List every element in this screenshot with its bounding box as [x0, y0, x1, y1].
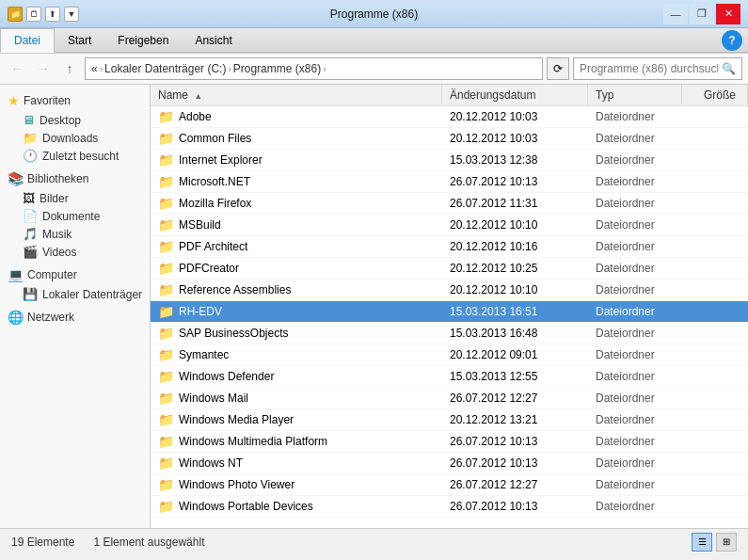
- table-row[interactable]: 📁 Windows Defender 15.03.2013 12:55 Date…: [151, 366, 748, 388]
- file-type: Dateiordner: [588, 455, 682, 472]
- sidebar-header-computer[interactable]: 💻 Computer: [0, 264, 150, 285]
- col-header-size[interactable]: Größe: [682, 85, 748, 105]
- breadcrumb-folder[interactable]: Programme (x86): [233, 62, 321, 75]
- table-row[interactable]: 📁 Internet Explorer 15.03.2013 12:38 Dat…: [151, 150, 748, 171]
- view-large-button[interactable]: ⊞: [716, 533, 737, 552]
- table-row[interactable]: 📁 Windows Media Player 20.12.2012 13:21 …: [151, 409, 748, 431]
- file-type: Dateiordner: [588, 346, 682, 363]
- up-button[interactable]: ↑: [58, 57, 81, 80]
- file-name: Common Files: [179, 132, 251, 145]
- file-size: [682, 331, 748, 335]
- file-name-cell: 📁 Windows Photo Viewer: [151, 475, 442, 494]
- table-row[interactable]: 📁 RH-EDV 15.03.2013 16:51 Dateiordner: [151, 301, 748, 323]
- table-row[interactable]: 📁 SAP BusinessObjects 15.03.2013 16:48 D…: [151, 323, 748, 344]
- table-row[interactable]: 📁 Symantec 20.12.2012 09:01 Dateiordner: [151, 344, 748, 366]
- address-breadcrumb[interactable]: « › Lokaler Datenträger (C:) › Programme…: [85, 57, 543, 80]
- table-row[interactable]: 📁 Reference Assemblies 20.12.2012 10:10 …: [151, 280, 748, 301]
- file-name-cell: 📁 Windows Portable Devices: [151, 497, 442, 516]
- sidebar-section-computer: 💻 Computer 💾 Lokaler Datenträger: [0, 264, 150, 303]
- col-header-name[interactable]: Name ▲: [151, 85, 442, 105]
- file-name: PDFCreator: [179, 262, 239, 275]
- table-row[interactable]: 📁 Windows NT 26.07.2012 10:13 Dateiordne…: [151, 453, 748, 474]
- sidebar-item-musik[interactable]: 🎵 Musik: [0, 225, 150, 243]
- file-date: 26.07.2012 10:13: [442, 455, 588, 472]
- minimize-button[interactable]: —: [663, 4, 688, 24]
- sidebar-item-videos[interactable]: 🎬 Videos: [0, 243, 150, 261]
- tab-datei[interactable]: Datei: [0, 28, 55, 53]
- file-name: SAP BusinessObjects: [179, 327, 289, 340]
- file-size: [682, 288, 748, 292]
- downloads-icon: 📁: [23, 131, 38, 145]
- back-button[interactable]: ←: [6, 57, 28, 80]
- table-row[interactable]: 📁 Windows Photo Viewer 26.07.2012 12:27 …: [151, 474, 748, 496]
- close-button[interactable]: ✕: [716, 4, 740, 24]
- sidebar-item-dokumente[interactable]: 📄 Dokumente: [0, 207, 150, 225]
- help-button[interactable]: ?: [722, 30, 742, 51]
- sidebar-item-downloads[interactable]: 📁 Downloads: [0, 129, 150, 147]
- file-date: 20.12.2012 10:03: [442, 108, 588, 125]
- sidebar-item-lokaler[interactable]: 💾 Lokaler Datenträger: [0, 285, 150, 303]
- sidebar-header-bibliotheken[interactable]: 📚 Bibliotheken: [0, 168, 150, 189]
- file-name: Windows Photo Viewer: [179, 478, 294, 491]
- file-name-cell: 📁 Internet Explorer: [151, 151, 442, 169]
- quick-access-icon2[interactable]: ⬆: [45, 7, 60, 22]
- folder-icon: 📁: [158, 196, 174, 211]
- sidebar-item-desktop[interactable]: 🖥 Desktop: [0, 111, 150, 129]
- file-name-cell: 📁 Windows Mail: [151, 389, 442, 408]
- file-type: Dateiordner: [588, 411, 682, 428]
- table-row[interactable]: 📁 Common Files 20.12.2012 10:03 Dateiord…: [151, 128, 748, 150]
- file-type: Dateiordner: [588, 281, 682, 298]
- maximize-button[interactable]: ❐: [690, 4, 714, 24]
- file-size: [682, 440, 748, 443]
- file-date: 20.12.2012 10:10: [442, 281, 588, 298]
- desktop-label: Desktop: [40, 114, 81, 127]
- ribbon: Datei Start Freigeben Ansicht ?: [0, 28, 748, 54]
- table-row[interactable]: 📁 Adobe 20.12.2012 10:03 Dateiordner: [151, 106, 748, 128]
- file-date: 20.12.2012 13:21: [442, 411, 588, 428]
- musik-label: Musik: [42, 228, 72, 241]
- view-details-button[interactable]: ☰: [692, 533, 712, 552]
- sidebar-item-bilder[interactable]: 🖼 Bilder: [0, 189, 150, 207]
- table-row[interactable]: 📁 Windows Multimedia Platform 26.07.2012…: [151, 431, 748, 453]
- sidebar-header-favoriten[interactable]: ★ Favoriten: [0, 90, 150, 111]
- table-row[interactable]: 📁 Windows Portable Devices 26.07.2012 10…: [151, 496, 748, 518]
- refresh-button[interactable]: ⟳: [547, 57, 569, 80]
- folder-icon: 📁: [158, 412, 174, 427]
- file-name-cell: 📁 Mozilla Firefox: [151, 194, 442, 213]
- file-date: 26.07.2012 11:31: [442, 195, 588, 212]
- col-header-date[interactable]: Änderungsdatum: [442, 85, 588, 105]
- quick-access-icon3[interactable]: ▼: [64, 7, 79, 22]
- sidebar-header-netzwerk[interactable]: 🌐 Netzwerk: [0, 307, 150, 328]
- file-name: Windows NT: [179, 456, 243, 470]
- col-header-type[interactable]: Typ: [588, 85, 682, 105]
- table-row[interactable]: 📁 Mozilla Firefox 26.07.2012 11:31 Datei…: [151, 193, 748, 215]
- tab-freigeben[interactable]: Freigeben: [104, 28, 182, 52]
- quick-access-icon1[interactable]: 🗒: [26, 7, 41, 22]
- computer-label: Computer: [27, 268, 77, 281]
- table-row[interactable]: 📁 MSBuild 20.12.2012 10:10 Dateiordner: [151, 215, 748, 236]
- search-input[interactable]: [580, 62, 718, 75]
- file-type: Dateiordner: [588, 173, 682, 190]
- table-row[interactable]: 📁 Windows Mail 26.07.2012 12:27 Dateiord…: [151, 388, 748, 409]
- table-row[interactable]: 📁 PDF Architect 20.12.2012 10:16 Dateior…: [151, 236, 748, 258]
- tab-ansicht[interactable]: Ansicht: [182, 28, 245, 52]
- zuletzt-label: Zuletzt besucht: [42, 150, 119, 163]
- sidebar-section-netzwerk: 🌐 Netzwerk: [0, 307, 150, 328]
- status-bar: 19 Elemente 1 Element ausgewählt ☰ ⊞: [0, 528, 748, 554]
- file-rows-container: 📁 Adobe 20.12.2012 10:03 Dateiordner 📁 C…: [151, 106, 748, 518]
- table-row[interactable]: 📁 PDFCreator 20.12.2012 10:25 Dateiordne…: [151, 258, 748, 280]
- breadcrumb-drive[interactable]: Lokaler Datenträger (C:): [104, 62, 226, 75]
- forward-button[interactable]: →: [32, 57, 55, 80]
- favoriten-icon: ★: [8, 93, 20, 108]
- tab-start[interactable]: Start: [55, 28, 104, 52]
- file-date: 15.03.2013 12:38: [442, 152, 588, 168]
- videos-icon: 🎬: [23, 245, 38, 259]
- file-type: Dateiordner: [588, 195, 682, 212]
- folder-icon: 📁: [158, 326, 174, 341]
- folder-icon: 📁: [158, 217, 174, 232]
- dokumente-label: Dokumente: [42, 210, 100, 223]
- table-row[interactable]: 📁 Microsoft.NET 26.07.2012 10:13 Dateior…: [151, 171, 748, 193]
- file-name: Symantec: [179, 348, 229, 361]
- sidebar-item-zuletzt[interactable]: 🕐 Zuletzt besucht: [0, 147, 150, 165]
- file-type: Dateiordner: [588, 498, 682, 515]
